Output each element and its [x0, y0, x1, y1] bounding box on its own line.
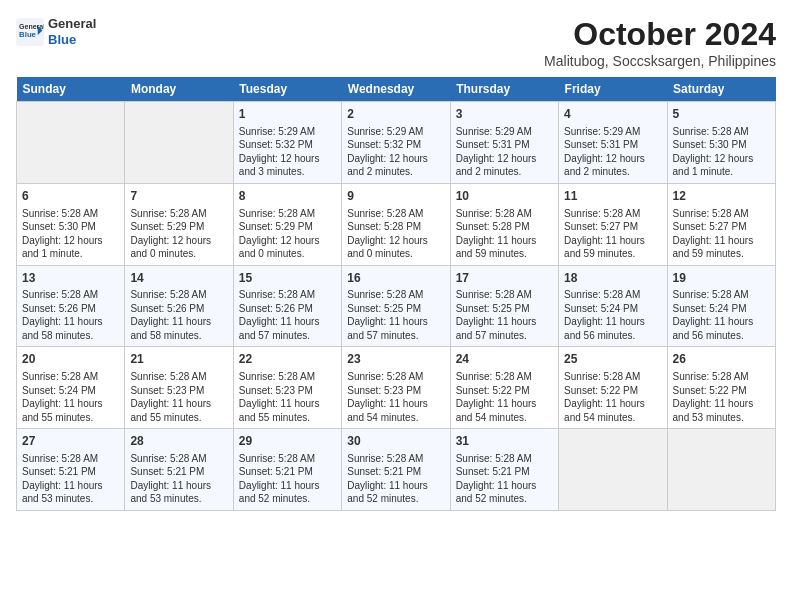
day-info: Sunrise: 5:29 AM [456, 125, 553, 139]
day-info: Sunrise: 5:28 AM [22, 370, 119, 384]
calendar-cell: 4Sunrise: 5:29 AMSunset: 5:31 PMDaylight… [559, 102, 667, 184]
day-info: Sunrise: 5:28 AM [239, 288, 336, 302]
day-info: Sunrise: 5:28 AM [456, 207, 553, 221]
calendar-cell: 12Sunrise: 5:28 AMSunset: 5:27 PMDayligh… [667, 183, 775, 265]
day-info: Daylight: 11 hours and 58 minutes. [22, 315, 119, 342]
day-number: 21 [130, 351, 227, 368]
calendar-table: SundayMondayTuesdayWednesdayThursdayFrid… [16, 77, 776, 511]
logo-text: GeneralBlue [48, 16, 96, 47]
day-info: Sunset: 5:29 PM [239, 220, 336, 234]
day-info: Daylight: 12 hours and 1 minute. [673, 152, 770, 179]
day-info: Daylight: 11 hours and 53 minutes. [673, 397, 770, 424]
day-info: Sunset: 5:23 PM [130, 384, 227, 398]
calendar-cell: 23Sunrise: 5:28 AMSunset: 5:23 PMDayligh… [342, 347, 450, 429]
calendar-cell: 5Sunrise: 5:28 AMSunset: 5:30 PMDaylight… [667, 102, 775, 184]
day-number: 5 [673, 106, 770, 123]
calendar-cell: 27Sunrise: 5:28 AMSunset: 5:21 PMDayligh… [17, 429, 125, 511]
day-info: Sunset: 5:24 PM [564, 302, 661, 316]
day-number: 22 [239, 351, 336, 368]
day-info: Daylight: 11 hours and 55 minutes. [239, 397, 336, 424]
day-info: Daylight: 12 hours and 2 minutes. [564, 152, 661, 179]
day-info: Sunrise: 5:28 AM [22, 207, 119, 221]
day-number: 8 [239, 188, 336, 205]
day-info: Daylight: 11 hours and 54 minutes. [564, 397, 661, 424]
day-info: Daylight: 11 hours and 57 minutes. [239, 315, 336, 342]
day-number: 1 [239, 106, 336, 123]
logo-icon: General Blue [16, 18, 44, 46]
day-info: Sunrise: 5:28 AM [22, 288, 119, 302]
day-number: 28 [130, 433, 227, 450]
day-info: Sunrise: 5:28 AM [347, 370, 444, 384]
day-info: Sunset: 5:27 PM [564, 220, 661, 234]
calendar-cell: 3Sunrise: 5:29 AMSunset: 5:31 PMDaylight… [450, 102, 558, 184]
calendar-cell: 16Sunrise: 5:28 AMSunset: 5:25 PMDayligh… [342, 265, 450, 347]
day-info: Sunset: 5:26 PM [239, 302, 336, 316]
day-number: 2 [347, 106, 444, 123]
day-info: Sunset: 5:25 PM [347, 302, 444, 316]
logo: General Blue GeneralBlue [16, 16, 96, 47]
day-info: Sunrise: 5:28 AM [673, 370, 770, 384]
day-info: Sunset: 5:24 PM [22, 384, 119, 398]
day-info: Sunset: 5:31 PM [456, 138, 553, 152]
day-info: Sunset: 5:21 PM [22, 465, 119, 479]
day-info: Sunset: 5:22 PM [564, 384, 661, 398]
calendar-cell: 9Sunrise: 5:28 AMSunset: 5:28 PMDaylight… [342, 183, 450, 265]
day-info: Sunrise: 5:29 AM [564, 125, 661, 139]
calendar-cell: 18Sunrise: 5:28 AMSunset: 5:24 PMDayligh… [559, 265, 667, 347]
day-info: Daylight: 12 hours and 2 minutes. [347, 152, 444, 179]
day-number: 24 [456, 351, 553, 368]
day-number: 3 [456, 106, 553, 123]
calendar-cell: 1Sunrise: 5:29 AMSunset: 5:32 PMDaylight… [233, 102, 341, 184]
day-number: 7 [130, 188, 227, 205]
day-info: Sunrise: 5:28 AM [239, 452, 336, 466]
day-info: Daylight: 11 hours and 56 minutes. [564, 315, 661, 342]
calendar-cell [667, 429, 775, 511]
day-number: 27 [22, 433, 119, 450]
day-number: 19 [673, 270, 770, 287]
day-info: Sunset: 5:30 PM [22, 220, 119, 234]
calendar-week-5: 27Sunrise: 5:28 AMSunset: 5:21 PMDayligh… [17, 429, 776, 511]
day-info: Daylight: 11 hours and 53 minutes. [130, 479, 227, 506]
day-info: Sunset: 5:28 PM [456, 220, 553, 234]
calendar-cell: 31Sunrise: 5:28 AMSunset: 5:21 PMDayligh… [450, 429, 558, 511]
calendar-cell: 21Sunrise: 5:28 AMSunset: 5:23 PMDayligh… [125, 347, 233, 429]
day-info: Sunset: 5:28 PM [347, 220, 444, 234]
calendar-cell: 20Sunrise: 5:28 AMSunset: 5:24 PMDayligh… [17, 347, 125, 429]
day-info: Sunset: 5:26 PM [130, 302, 227, 316]
calendar-week-1: 1Sunrise: 5:29 AMSunset: 5:32 PMDaylight… [17, 102, 776, 184]
location-subtitle: Malitubog, Soccsksargen, Philippines [544, 53, 776, 69]
day-number: 20 [22, 351, 119, 368]
day-info: Sunrise: 5:29 AM [347, 125, 444, 139]
day-info: Daylight: 11 hours and 56 minutes. [673, 315, 770, 342]
weekday-header-thursday: Thursday [450, 77, 558, 102]
calendar-cell: 17Sunrise: 5:28 AMSunset: 5:25 PMDayligh… [450, 265, 558, 347]
calendar-cell: 15Sunrise: 5:28 AMSunset: 5:26 PMDayligh… [233, 265, 341, 347]
calendar-cell: 14Sunrise: 5:28 AMSunset: 5:26 PMDayligh… [125, 265, 233, 347]
day-info: Sunrise: 5:28 AM [564, 207, 661, 221]
day-info: Sunset: 5:23 PM [347, 384, 444, 398]
day-number: 18 [564, 270, 661, 287]
calendar-cell: 22Sunrise: 5:28 AMSunset: 5:23 PMDayligh… [233, 347, 341, 429]
day-info: Sunset: 5:21 PM [347, 465, 444, 479]
day-info: Daylight: 11 hours and 52 minutes. [347, 479, 444, 506]
day-info: Sunset: 5:26 PM [22, 302, 119, 316]
day-info: Sunset: 5:31 PM [564, 138, 661, 152]
svg-text:Blue: Blue [19, 30, 37, 39]
day-number: 12 [673, 188, 770, 205]
day-number: 4 [564, 106, 661, 123]
day-info: Sunrise: 5:28 AM [456, 370, 553, 384]
day-info: Sunrise: 5:28 AM [564, 288, 661, 302]
weekday-header-wednesday: Wednesday [342, 77, 450, 102]
calendar-cell: 11Sunrise: 5:28 AMSunset: 5:27 PMDayligh… [559, 183, 667, 265]
calendar-cell: 7Sunrise: 5:28 AMSunset: 5:29 PMDaylight… [125, 183, 233, 265]
title-block: October 2024 Malitubog, Soccsksargen, Ph… [544, 16, 776, 69]
day-info: Daylight: 11 hours and 54 minutes. [456, 397, 553, 424]
day-info: Daylight: 11 hours and 55 minutes. [130, 397, 227, 424]
day-info: Daylight: 11 hours and 59 minutes. [564, 234, 661, 261]
calendar-cell: 6Sunrise: 5:28 AMSunset: 5:30 PMDaylight… [17, 183, 125, 265]
day-info: Daylight: 11 hours and 52 minutes. [456, 479, 553, 506]
month-title: October 2024 [544, 16, 776, 53]
day-number: 9 [347, 188, 444, 205]
day-info: Sunrise: 5:28 AM [130, 207, 227, 221]
day-number: 31 [456, 433, 553, 450]
